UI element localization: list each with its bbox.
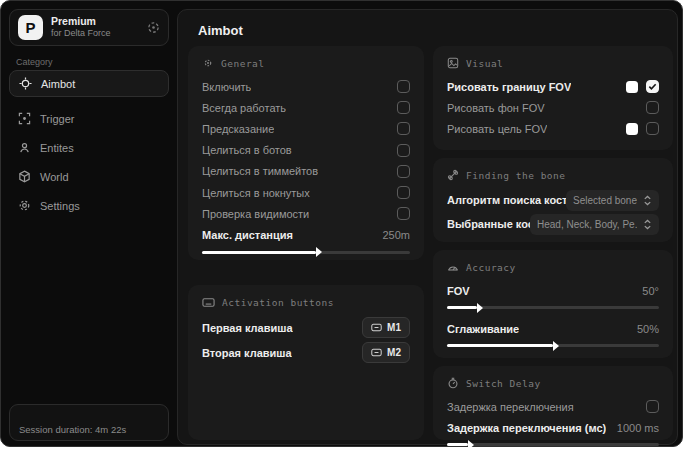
keybind-row: Первая клавиша M1 (202, 315, 410, 340)
sidebar-item-label: Settings (40, 200, 80, 212)
sidebar-nav: Aimbot Trigger Entites (9, 70, 169, 221)
product-subtitle: for Delta Force (51, 29, 139, 39)
image-icon (447, 57, 459, 69)
select-row: Алгоритм поиска кост Selected bone (447, 188, 659, 212)
color-swatch[interactable] (626, 123, 638, 135)
checkbox[interactable] (646, 101, 659, 114)
bone-icon (447, 169, 459, 181)
sidebar-item-trigger[interactable]: Trigger (9, 105, 169, 132)
checkbox[interactable] (397, 80, 410, 93)
sidebar-item-label: Entites (40, 142, 74, 154)
checkbox[interactable] (397, 207, 410, 220)
section-title: Finding the bone (466, 170, 566, 181)
app-window: P Premium for Delta Force Category Aimbo… (0, 0, 683, 447)
product-name: Premium (51, 16, 139, 28)
sync-icon[interactable] (147, 21, 160, 34)
card-visual: Visual Рисовать границу FOV Рисовать фон… (433, 46, 673, 150)
session-card: Session duration: 4m 22s (9, 404, 169, 441)
section-title: Switch Delay (466, 378, 541, 389)
page-title: Aimbot (198, 23, 243, 38)
sidebar-item-world[interactable]: World (9, 163, 169, 190)
bone-algorithm-select[interactable]: Selected bone (566, 190, 659, 211)
checkbox[interactable] (397, 144, 410, 157)
chevron-up-down-icon (643, 219, 652, 230)
session-duration: Session duration: 4m 22s (19, 424, 126, 435)
checkbox[interactable] (397, 101, 410, 114)
world-icon (18, 170, 31, 183)
slider-value: 250m (382, 229, 410, 241)
checkbox[interactable] (397, 122, 410, 135)
mouse-icon (371, 323, 382, 332)
toggle-row: Всегда работать (202, 97, 410, 118)
sidebar-item-settings[interactable]: Settings (9, 192, 169, 219)
toggle-row: Целиться в нокнутых (202, 182, 410, 203)
crosshair-icon (202, 57, 214, 69)
toggle-row: Задержка переключения (447, 396, 659, 417)
crosshair-icon (19, 77, 32, 90)
toggle-row: Целиться в ботов (202, 140, 410, 161)
card-finding-bone: Finding the bone Алгоритм поиска кост Se… (433, 158, 673, 242)
toggle-row: Включить (202, 76, 410, 97)
fov-slider[interactable] (447, 306, 659, 309)
section-title: Activation buttons (222, 297, 334, 308)
entities-icon (18, 141, 31, 154)
checkbox[interactable] (397, 186, 410, 199)
slider-value: 50% (637, 323, 659, 335)
gauge-icon (447, 261, 459, 273)
toggle-row: Рисовать фон FOV (447, 97, 659, 118)
keyboard-icon (202, 297, 215, 308)
sidebar-item-aimbot[interactable]: Aimbot (9, 70, 169, 97)
checkbox[interactable] (646, 122, 659, 135)
card-accuracy: Accuracy FOV 50° Сглаживание 50% (433, 250, 673, 358)
slider-value: 50° (642, 285, 659, 297)
slider-value: 1000 ms (617, 422, 659, 434)
switch-delay-slider[interactable] (447, 443, 659, 446)
toggle-row: Рисовать цель FOV (447, 118, 659, 139)
stopwatch-icon (447, 377, 459, 389)
premium-card: P Premium for Delta Force (9, 9, 169, 46)
slider-label-row: Макс. дистанция 250m (202, 224, 410, 245)
sidebar: P Premium for Delta Force Category Aimbo… (1, 1, 177, 446)
checkbox[interactable] (646, 400, 659, 413)
mouse-icon (371, 348, 382, 357)
checkbox[interactable] (646, 80, 659, 93)
smoothing-slider[interactable] (447, 344, 659, 347)
slider-label-row: Задержка переключения (мс) 1000 ms (447, 417, 659, 438)
sidebar-item-label: Trigger (40, 113, 74, 125)
sidebar-item-entites[interactable]: Entites (9, 134, 169, 161)
slider-label-row: FOV 50° (447, 280, 659, 301)
sidebar-item-label: Aimbot (41, 78, 75, 90)
card-switch-delay: Switch Delay Задержка переключения Задер… (433, 366, 673, 440)
gear-icon (18, 199, 31, 212)
keybind-row: Вторая клавиша M2 (202, 340, 410, 365)
toggle-row: Проверка видимости (202, 203, 410, 224)
toggle-row: Рисовать границу FOV (447, 76, 659, 97)
select-row: Выбранные кос Head, Neck, Body, Pe... (447, 212, 659, 236)
trigger-icon (18, 112, 31, 125)
toggle-row: Целиться в тиммейтов (202, 161, 410, 182)
slider-label-row: Сглаживание 50% (447, 318, 659, 339)
card-general: General Включить Всегда работать Предска… (188, 46, 424, 260)
max-distance-slider[interactable] (202, 251, 410, 254)
keybind-button-m2[interactable]: M2 (362, 342, 410, 363)
section-title: General (221, 58, 265, 69)
main-panel: Aimbot General Включить Всегда работать (177, 9, 678, 445)
selected-bones-select[interactable]: Head, Neck, Body, Pe... (530, 214, 659, 235)
section-title: Accuracy (466, 262, 516, 273)
category-label: Category (16, 57, 53, 67)
sidebar-item-label: World (40, 171, 69, 183)
chevron-up-down-icon (643, 195, 652, 206)
checkbox[interactable] (397, 165, 410, 178)
section-title: Visual (466, 58, 503, 69)
app-logo: P (18, 15, 43, 40)
color-swatch[interactable] (626, 81, 638, 93)
card-activation-buttons: Activation buttons Первая клавиша M1 Вто… (188, 285, 424, 440)
keybind-button-m1[interactable]: M1 (362, 317, 410, 338)
toggle-row: Предсказание (202, 118, 410, 139)
